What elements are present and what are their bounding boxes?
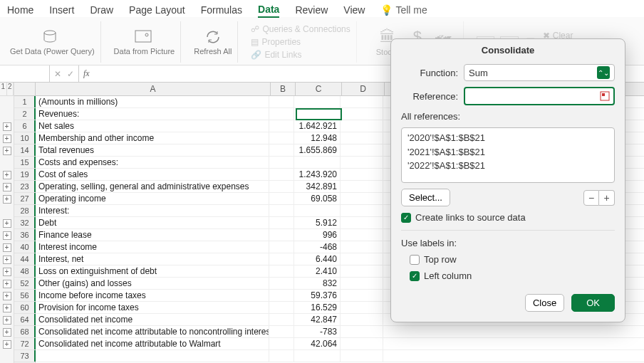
cell[interactable] (341, 241, 383, 253)
row-header[interactable]: 72 (14, 338, 35, 350)
enter-icon[interactable]: ✓ (67, 69, 74, 79)
outline-expand-button[interactable]: + (3, 219, 11, 228)
row-header[interactable]: 64 (14, 314, 35, 326)
cell[interactable] (269, 181, 294, 192)
cell[interactable]: Operating income (34, 193, 269, 204)
col-header-c[interactable]: C (296, 83, 342, 95)
row-header[interactable]: 10 (14, 132, 35, 144)
row-header[interactable]: 32 (14, 217, 35, 229)
outline-expand-button[interactable]: + (3, 340, 11, 349)
cell[interactable] (269, 205, 294, 216)
cell[interactable]: Consolidated net income attributable to … (34, 338, 269, 349)
cell[interactable] (341, 217, 383, 228)
table-row[interactable]: Consolidated net income attributable to … (36, 338, 644, 350)
cell[interactable]: 42.064 (294, 338, 341, 349)
cell[interactable] (341, 338, 383, 349)
outline-expand-button[interactable]: + (3, 195, 11, 204)
outline-expand-button[interactable]: + (3, 292, 11, 300)
cell[interactable]: 69.058 (294, 193, 341, 204)
cell[interactable] (341, 144, 383, 156)
select-button[interactable]: Select... (401, 189, 450, 206)
close-button[interactable]: Close (525, 294, 564, 312)
cell[interactable] (269, 217, 294, 228)
cell[interactable]: 42.847 (294, 314, 341, 325)
cell[interactable]: 1.655.869 (294, 144, 341, 156)
row-header[interactable]: 40 (14, 241, 35, 253)
row-header[interactable]: 19 (14, 169, 35, 181)
table-row[interactable]: Consolidated net income attributable to … (36, 326, 644, 338)
cell[interactable] (269, 253, 294, 265)
cell[interactable]: Costs and expenses: (34, 157, 269, 168)
cell[interactable] (341, 326, 383, 337)
row-header[interactable]: 73 (14, 350, 35, 362)
fx-label[interactable]: fx (79, 68, 94, 79)
row-header[interactable]: 2 (14, 108, 35, 120)
range-picker-icon[interactable] (599, 90, 611, 102)
row-header[interactable]: 52 (14, 278, 35, 290)
row-header[interactable]: 60 (14, 302, 35, 314)
outline-expand-button[interactable]: + (3, 268, 11, 276)
cell[interactable] (341, 350, 383, 362)
cell[interactable]: Cost of sales (34, 169, 269, 180)
ok-button[interactable]: OK (571, 294, 615, 312)
cell[interactable]: Other (gains) and losses (34, 278, 269, 289)
cell[interactable] (269, 241, 294, 253)
data-from-picture-button[interactable]: Data from Picture (108, 21, 182, 63)
row-header[interactable]: 27 (14, 193, 35, 205)
cell[interactable] (269, 157, 294, 168)
row-header[interactable]: 48 (14, 265, 35, 278)
row-header[interactable]: 28 (14, 205, 35, 217)
cell[interactable]: Provision for income taxes (34, 302, 269, 313)
tab-review[interactable]: Review (295, 3, 328, 17)
cell[interactable] (294, 205, 341, 216)
tab-view[interactable]: View (343, 3, 365, 17)
cell[interactable] (341, 96, 383, 107)
cell[interactable]: -783 (294, 326, 341, 337)
cell[interactable] (341, 229, 383, 241)
cell[interactable]: Income before income taxes (34, 290, 269, 301)
tab-formulas[interactable]: Formulas (201, 3, 242, 17)
cancel-icon[interactable]: ✕ (54, 69, 61, 79)
edit-links-button[interactable]: 🔗Edit Links (251, 50, 301, 60)
outline-level-1[interactable]: 1 (0, 83, 7, 95)
cell[interactable] (269, 350, 294, 362)
cell[interactable] (294, 350, 341, 362)
tab-insert[interactable]: Insert (49, 3, 74, 17)
outline-expand-button[interactable]: + (3, 135, 11, 143)
function-select[interactable]: Sum ⌃⌄ (464, 64, 615, 81)
cell[interactable] (341, 278, 383, 289)
cell[interactable] (269, 132, 294, 144)
cell[interactable]: Finance lease (34, 229, 269, 241)
cell[interactable] (294, 108, 341, 120)
cell[interactable]: Revenues: (34, 108, 269, 120)
cell[interactable] (341, 120, 383, 132)
reference-item[interactable]: '2020'!$A$1:$B$21 (407, 131, 608, 145)
cell[interactable]: Loss on extinguishment of debt (34, 265, 269, 277)
cell[interactable]: 342.891 (294, 181, 341, 192)
top-row-checkbox[interactable]: Top row (410, 254, 615, 265)
cell[interactable] (341, 193, 383, 204)
cell[interactable] (34, 350, 269, 362)
cell[interactable] (341, 314, 383, 325)
cell[interactable]: 59.376 (294, 290, 341, 301)
outline-level-2[interactable]: 2 (7, 83, 14, 95)
row-header[interactable]: 15 (14, 157, 35, 169)
cell[interactable]: 12.948 (294, 132, 341, 144)
outline-expand-button[interactable]: + (3, 280, 11, 288)
cell[interactable]: 5.912 (294, 217, 341, 228)
cell[interactable] (341, 205, 383, 216)
tab-page-layout[interactable]: Page Layout (129, 3, 185, 17)
cell[interactable]: -468 (294, 241, 341, 253)
cell[interactable]: Operating, selling, general and administ… (34, 181, 269, 192)
row-header[interactable]: 14 (14, 144, 35, 157)
tell-me[interactable]: 💡 Tell me (380, 4, 427, 16)
row-header[interactable]: 56 (14, 290, 35, 302)
outline-expand-button[interactable]: + (3, 256, 11, 264)
cell[interactable]: 832 (294, 278, 341, 289)
cell[interactable]: (Amounts in millions) (34, 96, 269, 107)
cell[interactable] (269, 144, 294, 156)
row-header[interactable]: 23 (14, 181, 35, 193)
row-header[interactable]: 6 (14, 120, 35, 132)
row-header[interactable]: 36 (14, 229, 35, 241)
cell[interactable] (294, 157, 341, 168)
